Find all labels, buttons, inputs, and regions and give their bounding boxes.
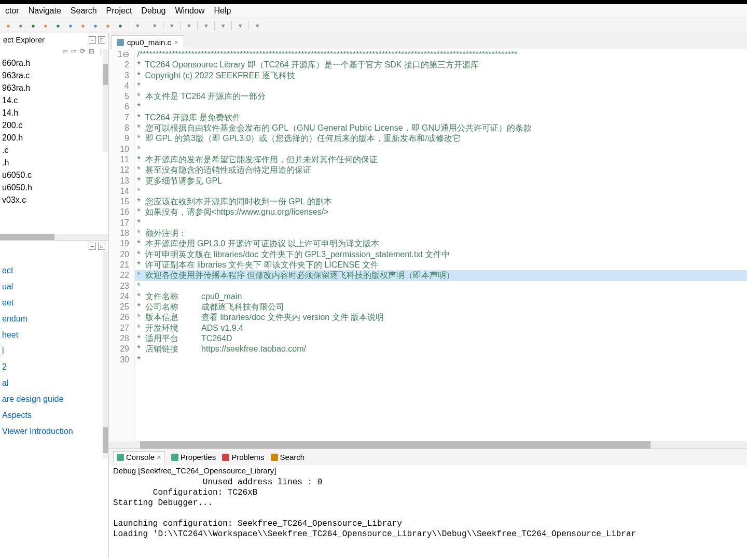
editor-tab[interactable]: cpu0_main.c × [111,35,184,49]
help-link[interactable]: al [2,375,106,391]
bottom-tabs: Console×PropertiesProblemsSearch [109,449,747,465]
help-link[interactable]: Viewer Introduction [2,423,106,439]
project-explorer-pane: ect Explorer – □ ⇦ ⇨ ⟳ ⊟ ⋮ 660ra.h963ra.… [0,33,108,241]
console-icon [117,454,124,461]
help-link[interactable]: Aspects [2,407,106,423]
menu-item[interactable]: Help [214,6,231,16]
help-link[interactable]: endum [2,311,106,327]
help-topics-list: ectualeetendumheetl2alare design guideAs… [0,252,108,558]
help-link[interactable]: heet [2,327,106,343]
tab-label: Properties [181,453,216,461]
editor-tab-bar: cpu0_main.c × [109,33,747,49]
menu-item[interactable]: Search [71,6,97,16]
close-icon[interactable]: × [174,38,178,46]
problems-icon [222,454,229,461]
window-titlebar-strip [0,0,747,4]
help-link[interactable]: are design guide [2,391,106,407]
toggle-icon[interactable]: ● [40,20,51,31]
vertical-scrollbar[interactable] [103,251,108,458]
file-item[interactable]: u6050.c [2,169,106,181]
c-build-icon[interactable]: ● [28,20,38,31]
console-output[interactable]: Unused address lines : 0 Configuration: … [109,476,747,558]
code-content[interactable]: /***************************************… [135,49,747,441]
tab-label: Search [280,453,305,461]
tab-label: Console [126,453,155,461]
dropdown-arrow-icon[interactable]: ▾ [218,20,228,31]
bottom-tab-properties[interactable]: Properties [171,453,216,461]
horizontal-scrollbar[interactable] [109,441,747,449]
shield-icon[interactable]: ● [115,20,126,31]
separator [180,21,181,30]
file-item[interactable]: 660ra.h [2,57,106,69]
dropdown-arrow-icon[interactable]: ▾ [149,20,160,31]
file-item[interactable]: .c [2,144,106,157]
help-link[interactable]: eet [2,295,106,311]
dropdown-arrow-icon[interactable]: ▾ [201,20,211,31]
menu-item[interactable]: ctor [5,6,19,16]
bottom-tab-problems[interactable]: Problems [222,453,264,461]
tab-label: Problems [231,453,264,461]
help-link[interactable]: l [2,343,106,359]
file-item[interactable]: 200.h [2,132,106,144]
separator [248,21,249,30]
menu-bar: ctor Navigate Search Project Debug Windo… [0,4,747,18]
dropdown-arrow-icon[interactable]: ▾ [184,20,194,31]
vertical-scrollbar[interactable] [103,49,108,152]
circle-icon[interactable]: ● [78,20,88,31]
file-item[interactable]: 200.c [2,119,106,132]
editor-area: cpu0_main.c × 1⊖234567891011121314151617… [109,33,747,449]
dropdown-arrow-icon[interactable]: ▾ [167,20,177,31]
menu-item[interactable]: Project [106,6,132,16]
properties-icon [171,454,178,461]
file-item[interactable]: u6050.h [2,181,106,194]
minimize-icon[interactable]: – [89,36,96,44]
bottom-tab-console[interactable]: Console× [113,451,165,463]
help-pane: – □ ectualeetendumheetl2alare design gui… [0,241,108,558]
file-item[interactable]: 963ra.h [2,82,106,94]
separator [231,21,232,30]
refresh-icon[interactable]: ● [53,20,63,31]
help-link[interactable]: ual [2,278,106,295]
menu-item[interactable]: Navigate [29,6,61,16]
menu-item[interactable]: Debug [141,6,165,16]
help-icon[interactable]: ● [65,20,76,31]
main-toolbar: ●●●●●●●●●●▾▾▾▾▾▾▾▾ [0,18,747,33]
dropdown-arrow-icon[interactable]: ▾ [252,20,262,31]
file-item[interactable]: 14.h [2,107,106,119]
explorer-title: ect Explorer [3,35,45,44]
home-icon[interactable]: ● [3,20,13,31]
explorer-toolbar: ⇦ ⇨ ⟳ ⊟ ⋮ [0,46,108,56]
file-item[interactable]: v03x.c [2,194,106,206]
close-icon[interactable]: × [157,453,161,461]
search-icon [271,454,278,461]
separator [197,21,198,30]
bottom-tab-search[interactable]: Search [271,453,305,461]
bug-icon[interactable]: ● [103,20,113,31]
back-arrow-icon[interactable]: ⇦ [62,47,68,55]
dropdown-arrow-icon[interactable]: ▾ [132,20,143,31]
collapse-icon[interactable]: ⊟ [89,47,94,55]
console-header: Debug [Seekfree_TC264_Opensource_Library… [109,465,747,476]
dropdown-arrow-icon[interactable]: ▾ [235,20,245,31]
file-tree: 660ra.h963ra.c963ra.h14.c14.h200.c200.h.… [0,56,108,234]
back-icon[interactable]: ● [16,20,26,31]
separator [214,21,215,30]
file-item[interactable]: .h [2,157,106,169]
file-item[interactable]: 14.c [2,94,106,107]
help-link[interactable]: 2 [2,359,106,375]
help-link[interactable]: ect [2,262,106,278]
horizontal-scrollbar[interactable] [0,234,108,240]
maximize-icon[interactable]: □ [98,36,105,44]
tab-label: cpu0_main.c [127,38,171,47]
minimize-icon[interactable]: – [89,243,96,250]
file-item[interactable]: 963ra.c [2,69,106,82]
separator [146,21,146,30]
square-icon[interactable]: ● [90,20,101,31]
menu-item[interactable]: Window [175,6,204,16]
forward-arrow-icon[interactable]: ⇨ [71,47,77,55]
maximize-icon[interactable]: □ [98,243,105,250]
code-editor[interactable]: 1⊖23456789101112131415161718192021222324… [109,49,747,441]
line-number-gutter: 1⊖23456789101112131415161718192021222324… [109,49,135,441]
link-icon[interactable]: ⟳ [80,47,86,55]
bottom-panel: Console×PropertiesProblemsSearch Debug [… [109,449,747,558]
